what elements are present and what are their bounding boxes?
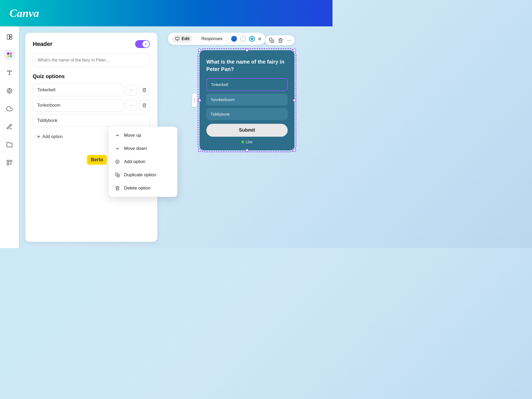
card-toolbar: ··· bbox=[265, 35, 294, 45]
top-toolbar: Edit Responses ≡ bbox=[168, 33, 265, 45]
option-row-3 bbox=[33, 114, 150, 127]
quiz-option-1-label: Tinkerbell bbox=[211, 82, 228, 87]
svg-rect-2 bbox=[10, 37, 12, 39]
card-more-btn[interactable]: ··· bbox=[287, 37, 291, 43]
edit-label: Edit bbox=[182, 36, 189, 41]
menu-item-move-down-label: Move down bbox=[124, 146, 147, 151]
svg-rect-0 bbox=[7, 35, 9, 39]
handle-tl[interactable] bbox=[198, 49, 201, 52]
sidebar-item-grid-add[interactable] bbox=[4, 157, 15, 168]
option-input-3[interactable] bbox=[33, 114, 150, 127]
toolbar-dot-white[interactable] bbox=[240, 36, 246, 42]
option-row-1: ··· bbox=[33, 84, 150, 96]
sidebar-item-text[interactable] bbox=[4, 68, 15, 78]
toolbar-dot-teal[interactable] bbox=[249, 36, 255, 42]
edit-button[interactable]: Edit bbox=[172, 35, 193, 43]
quiz-option-2[interactable]: Tonnkerboom bbox=[206, 94, 288, 106]
menu-item-move-up-label: Move up bbox=[124, 133, 141, 138]
left-handle-bar[interactable] bbox=[192, 94, 197, 107]
option-trash-btn-1[interactable] bbox=[139, 84, 150, 96]
live-dot bbox=[241, 141, 244, 143]
svg-rect-1 bbox=[10, 35, 12, 37]
svg-rect-4 bbox=[10, 53, 12, 55]
sidebar-item-brand[interactable] bbox=[4, 86, 15, 96]
header-label: Header bbox=[33, 41, 53, 48]
card-more-icon: ··· bbox=[287, 37, 291, 43]
chevron-up-icon bbox=[115, 132, 120, 138]
menu-item-duplicate[interactable]: Duplicate option bbox=[109, 168, 177, 182]
quiz-submit-button[interactable]: Submit bbox=[206, 124, 288, 137]
handle-tm[interactable] bbox=[245, 49, 249, 52]
quiz-option-2-label: Tonnkerboom bbox=[211, 97, 235, 102]
main-layout: Header ✓ Quiz options ··· bbox=[0, 26, 332, 248]
svg-rect-12 bbox=[10, 160, 12, 162]
menu-item-move-down[interactable]: Move down bbox=[109, 142, 177, 155]
quiz-question-text: What is the name of the fairy in Peter P… bbox=[206, 58, 288, 73]
handle-bl[interactable] bbox=[198, 149, 201, 152]
option-input-1[interactable] bbox=[33, 84, 124, 96]
svg-rect-11 bbox=[7, 160, 9, 162]
sidebar-item-apps[interactable] bbox=[4, 50, 15, 60]
handle-tr[interactable] bbox=[293, 49, 296, 52]
option-dots-btn-2[interactable]: ··· bbox=[126, 100, 137, 111]
option-input-2[interactable] bbox=[33, 99, 124, 112]
responses-button[interactable]: Responses bbox=[199, 35, 225, 43]
sidebar-item-layout[interactable] bbox=[4, 32, 15, 42]
option-dots-btn-1[interactable]: ··· bbox=[126, 84, 137, 96]
toggle-check-icon: ✓ bbox=[144, 42, 148, 46]
svg-rect-5 bbox=[7, 55, 9, 57]
quiz-options-label: Quiz options bbox=[33, 73, 150, 79]
plus-circle-icon bbox=[115, 159, 120, 165]
left-sidebar bbox=[0, 26, 19, 248]
toolbar-divider-2 bbox=[228, 36, 228, 42]
card-trash-btn[interactable] bbox=[278, 38, 283, 43]
menu-item-duplicate-label: Duplicate option bbox=[124, 172, 156, 178]
duplicate-icon bbox=[115, 172, 120, 178]
menu-item-delete[interactable]: Delete option bbox=[109, 182, 177, 195]
toolbar-divider bbox=[196, 36, 196, 42]
handle-bm[interactable] bbox=[245, 149, 249, 152]
top-bar: Canva bbox=[0, 0, 332, 26]
question-input[interactable] bbox=[33, 53, 150, 67]
toolbar-dot-blue[interactable] bbox=[231, 36, 237, 42]
chevron-down-icon bbox=[115, 146, 120, 151]
menu-item-move-up[interactable]: Move up bbox=[109, 129, 177, 142]
right-canvas: Edit Responses ≡ bbox=[163, 33, 326, 242]
toolbar-menu-icon[interactable]: ≡ bbox=[258, 36, 261, 42]
card-duplicate-btn[interactable] bbox=[269, 38, 274, 43]
live-label: Live bbox=[246, 140, 253, 144]
svg-rect-6 bbox=[10, 55, 12, 57]
svg-rect-20 bbox=[175, 37, 179, 40]
berto-tooltip: Berto bbox=[87, 155, 107, 165]
header-section: Header ✓ bbox=[33, 40, 150, 48]
quiz-card: ··· What is the name of the fairy in Pet… bbox=[200, 50, 294, 150]
canva-logo: Canva bbox=[10, 7, 39, 20]
sidebar-item-cloud[interactable] bbox=[4, 103, 15, 114]
berto-label: Berto bbox=[91, 157, 103, 162]
add-plus-icon: + bbox=[37, 133, 40, 140]
header-toggle[interactable]: ✓ bbox=[135, 40, 150, 48]
quiz-option-3[interactable]: Tiddlybonk bbox=[206, 108, 288, 120]
add-option-label: Add option bbox=[42, 134, 63, 139]
sidebar-item-draw[interactable] bbox=[4, 121, 15, 132]
live-badge: Live bbox=[206, 140, 288, 144]
sidebar-item-folder[interactable] bbox=[4, 139, 15, 150]
trash-icon bbox=[115, 185, 120, 191]
handle-ml[interactable] bbox=[198, 99, 201, 102]
content-area: Header ✓ Quiz options ··· bbox=[19, 26, 332, 248]
svg-rect-13 bbox=[7, 163, 9, 165]
menu-item-add-option-label: Add option bbox=[124, 159, 145, 164]
option-trash-btn-2[interactable] bbox=[139, 100, 150, 111]
svg-point-8 bbox=[8, 90, 11, 92]
handle-br[interactable] bbox=[293, 149, 296, 152]
handle-mr[interactable] bbox=[293, 99, 296, 102]
menu-item-delete-label: Delete option bbox=[124, 186, 150, 191]
menu-item-add-option[interactable]: Add option bbox=[109, 155, 177, 168]
quiz-option-1[interactable]: Tinkerbell bbox=[206, 78, 288, 91]
context-menu: Move up Move down Add bbox=[109, 127, 177, 197]
toggle-knob: ✓ bbox=[142, 41, 149, 48]
responses-label: Responses bbox=[201, 36, 222, 41]
quiz-option-3-label: Tiddlybonk bbox=[211, 112, 230, 116]
svg-rect-3 bbox=[7, 53, 9, 55]
option-row-2: ··· bbox=[33, 99, 150, 112]
